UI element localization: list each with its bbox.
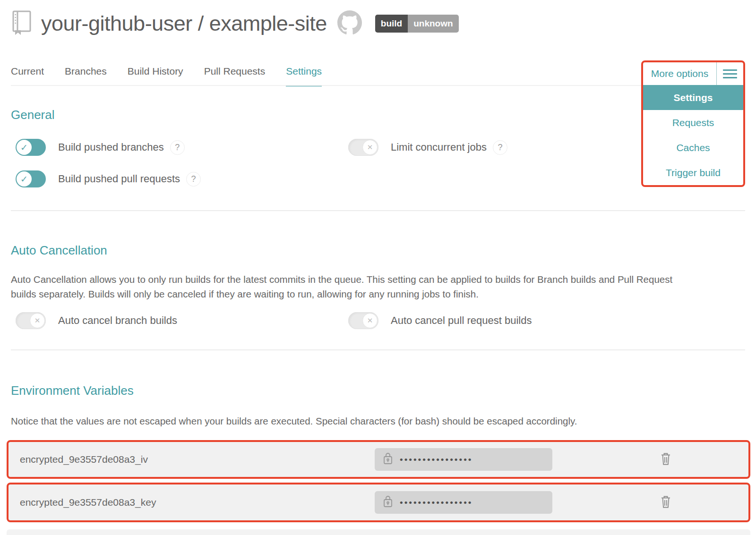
lock-icon [382,494,394,510]
cross-icon: ✕ [367,143,373,152]
repo-tabs: Current Branches Build History Pull Requ… [11,66,322,86]
help-icon[interactable]: ? [186,172,201,187]
setting-label: Auto cancel pull request builds [391,314,532,327]
menu-item-caches[interactable]: Caches [643,135,743,160]
repository-book-icon [11,9,33,38]
menu-item-requests[interactable]: Requests [643,110,743,135]
environment-variables-heading: Environment Variables [11,383,134,398]
tab-build-history[interactable]: Build History [128,66,183,86]
setting-row: ✓ Build pushed pull requests ? [16,170,201,187]
menu-item-trigger-build[interactable]: Trigger build [643,160,743,185]
help-icon[interactable]: ? [493,140,507,155]
delete-env-var-button[interactable] [660,495,672,510]
section-divider [11,349,745,350]
auto-cancellation-description: Auto Cancellation allows you to only run… [11,272,695,301]
tabs-divider [11,85,728,86]
tab-current[interactable]: Current [11,66,44,86]
more-options-header: More options [643,62,743,85]
help-icon[interactable]: ? [170,140,185,155]
setting-row: ✕ Auto cancel pull request builds [348,312,532,329]
cross-icon: ✕ [34,316,41,325]
general-heading: General [11,108,55,122]
badge-status-value: unknown [408,15,458,33]
lock-icon [382,451,394,467]
toggle-auto-cancel-pull-request-builds[interactable]: ✕ [348,312,378,329]
build-status-badge: build unknown [375,15,459,33]
repo-header: your-github-user / example-site build un… [11,9,459,38]
auto-cancellation-heading: Auto Cancellation [11,243,107,258]
next-row-partial [7,529,750,535]
tab-settings[interactable]: Settings [286,66,322,86]
setting-label: Build pushed branches [58,141,164,153]
env-var-row-key-highlight-box: encrypted_9e3557de08a3_key •••••••••••••… [7,483,750,522]
environment-variables-notice: Notice that the values are not escaped w… [11,414,720,428]
badge-build-label: build [375,15,408,33]
setting-row: ✓ Build pushed branches ? [16,139,185,156]
page-title: your-github-user / example-site [41,11,327,36]
github-octocat-icon[interactable] [337,10,362,37]
hamburger-menu-icon[interactable] [717,62,743,85]
trash-icon [660,503,672,510]
cross-icon: ✕ [367,316,373,325]
env-var-value-field[interactable]: •••••••••••••••• [375,491,552,514]
more-options-menu-highlight-box: More options Settings Requests Caches Tr… [641,60,745,187]
check-icon: ✓ [20,174,28,185]
menu-item-settings[interactable]: Settings [643,85,743,110]
toggle-auto-cancel-branch-builds[interactable]: ✕ [16,312,46,329]
env-var-name: encrypted_9e3557de08a3_iv [20,454,148,465]
tab-pull-requests[interactable]: Pull Requests [204,66,266,86]
more-options-button[interactable]: More options [643,62,716,85]
setting-row: ✕ Auto cancel branch builds [16,312,177,329]
tab-branches[interactable]: Branches [65,66,107,86]
travis-repo-settings-page: your-github-user / example-site build un… [0,0,756,535]
section-divider [11,210,745,211]
setting-label: Build pushed pull requests [58,173,180,185]
check-icon: ✓ [20,142,28,153]
env-var-name: encrypted_9e3557de08a3_key [20,497,156,508]
masked-value: •••••••••••••••• [400,454,472,465]
env-var-value-field[interactable]: •••••••••••••••• [375,448,552,471]
setting-label: Limit concurrent jobs [391,141,487,153]
toggle-build-pushed-pull-requests[interactable]: ✓ [16,170,46,187]
env-var-row-iv-highlight-box: encrypted_9e3557de08a3_iv ••••••••••••••… [7,440,750,479]
toggle-limit-concurrent-jobs[interactable]: ✕ [348,139,378,156]
setting-row: ✕ Limit concurrent jobs ? [348,139,507,156]
toggle-build-pushed-branches[interactable]: ✓ [16,139,46,156]
trash-icon [660,460,672,467]
setting-label: Auto cancel branch builds [58,314,177,327]
masked-value: •••••••••••••••• [400,497,472,508]
delete-env-var-button[interactable] [660,452,672,467]
